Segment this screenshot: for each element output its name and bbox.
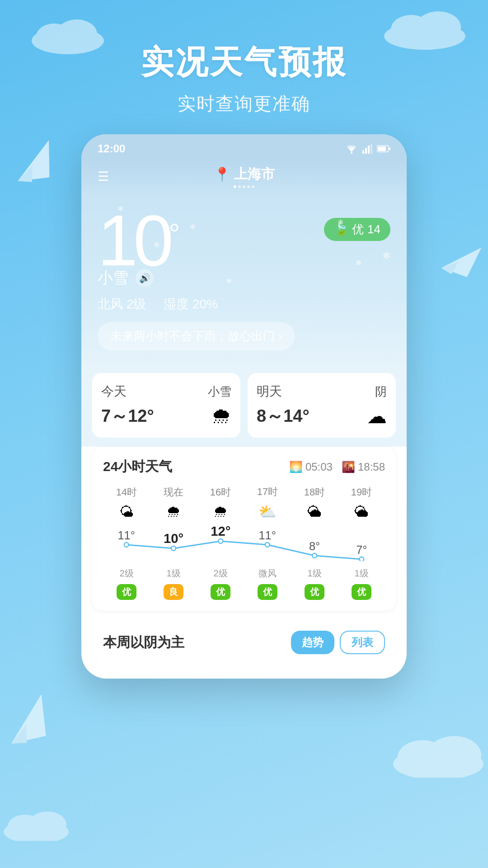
paper-plane-top-left	[9, 140, 58, 186]
degree-symbol: °	[169, 218, 180, 249]
hour-col-2: 16时 🌨	[197, 486, 244, 520]
week-title: 本周以阴为主	[103, 633, 184, 652]
forecast-card-today: 今天 小雪 7～12° 🌨	[92, 373, 240, 438]
aqi-5: 优	[352, 584, 371, 600]
svg-point-18	[351, 152, 352, 154]
svg-point-30	[312, 553, 317, 558]
cloud-top-right	[380, 5, 470, 50]
dot-3	[243, 185, 245, 188]
svg-text:8°: 8°	[309, 540, 320, 552]
hour-col-1: 现在 🌨	[150, 486, 197, 520]
svg-point-14	[427, 736, 481, 774]
hour-label-3: 17时	[257, 485, 278, 499]
dot-1	[234, 185, 236, 188]
temp-display: 10 °	[98, 204, 180, 277]
svg-marker-10	[0, 694, 55, 748]
wifi-icon	[345, 144, 358, 154]
svg-point-29	[265, 542, 270, 547]
dot-4	[247, 185, 250, 188]
dot-5	[252, 185, 254, 188]
location-dots	[234, 185, 254, 188]
svg-rect-21	[368, 146, 370, 154]
snowflake-2: ❄	[190, 222, 196, 231]
hour-icon-0: 🌤	[119, 504, 134, 520]
cloud-bottom-left	[0, 805, 72, 841]
hour-label-0: 14时	[116, 486, 137, 499]
fc-today-top: 今天 小雪	[101, 383, 231, 400]
sunrise-icon: 🌅	[289, 461, 303, 473]
weather-main: ❄ ❄ ❄ ❄ ❄ ❄ 10 ° 🍃 优 14 ❄ 小雪 🔊 北	[81, 195, 407, 364]
status-icons	[345, 144, 390, 154]
forecast-card-tomorrow: 明天 阴 8～14° ☁	[248, 373, 396, 438]
hour-col-4: 18时 🌥	[291, 486, 338, 520]
wind-2: 2级	[213, 567, 227, 580]
phone-mockup: 12:00 ☰	[81, 134, 407, 679]
week-header: 本周以阴为主 趋势 列表	[103, 631, 385, 654]
sunset-time: 18:58	[358, 461, 385, 473]
snowflake-badge: ❄	[382, 250, 390, 262]
sunrise-time: 05:03	[305, 461, 333, 473]
sound-icon[interactable]: 🔊	[136, 269, 154, 287]
temp-row: 10 ° 🍃 优 14 ❄	[98, 204, 390, 277]
hourly-grid: 14时 🌤 现在 🌨 16时 🌨 17时 ⛅ 18时 🌥 19时 🌥	[103, 485, 385, 520]
weather-description: 小雪	[98, 268, 128, 288]
svg-text:11°: 11°	[259, 529, 276, 542]
fc-tomorrow-bottom: 8～14° ☁	[257, 405, 387, 428]
aqi-badge: 🍃 优 14	[324, 218, 390, 241]
svg-rect-19	[362, 150, 364, 154]
svg-text:12°: 12°	[211, 525, 230, 538]
forecast-text: 未来两小时不会下雨，放心出门 ›	[110, 328, 282, 344]
aqi-0: 优	[117, 584, 136, 600]
wind-col-1: 1级 良	[150, 567, 197, 600]
svg-rect-22	[371, 144, 372, 154]
sunrise-info: 🌅 05:03 🌇 18:58	[289, 461, 385, 473]
status-bar: 12:00	[81, 134, 407, 160]
aqi-value: 14	[367, 222, 380, 236]
wind-1: 1级	[166, 567, 180, 580]
svg-point-5	[416, 11, 461, 43]
sunset-icon: 🌇	[342, 461, 355, 473]
hour-col-3: 17时 ⛅	[244, 485, 291, 520]
svg-point-2	[56, 19, 97, 48]
svg-rect-24	[389, 147, 390, 150]
hour-icon-5: 🌥	[354, 504, 369, 520]
fc-today-weather: 小雪	[208, 384, 231, 400]
wind-info: 北风 2级	[98, 297, 146, 311]
header-center: 📍 上海市	[214, 165, 275, 188]
snowflake-4: ❄	[356, 259, 361, 267]
cloud-bottom-right	[389, 728, 488, 778]
phone-bottom	[81, 665, 407, 679]
wind-col-0: 2级 优	[103, 567, 150, 600]
fc-tomorrow-weather: 阴	[375, 384, 387, 400]
aqi-label: 优	[352, 222, 364, 237]
list-button[interactable]: 列表	[340, 631, 385, 654]
wind-4: 1级	[307, 567, 321, 580]
wind-col-4: 1级 优	[291, 567, 338, 600]
svg-point-17	[28, 811, 66, 838]
temp-chart: 11° 10° 12° 11° 8° 7°	[103, 525, 385, 561]
fc-tomorrow-top: 明天 阴	[257, 383, 387, 400]
hour-label-4: 18时	[304, 486, 325, 499]
svg-text:10°: 10°	[164, 531, 183, 546]
svg-rect-20	[365, 148, 367, 154]
aqi-3: 优	[258, 584, 277, 600]
menu-icon[interactable]: ☰	[98, 169, 109, 184]
hour-label-5: 19时	[351, 486, 372, 499]
hour-icon-2: 🌨	[213, 504, 228, 520]
svg-rect-25	[378, 146, 386, 151]
hour-label-1: 现在	[164, 486, 183, 499]
trend-button[interactable]: 趋势	[291, 631, 334, 654]
snowflake-5: ❄	[226, 277, 232, 285]
location-pin-icon: 📍	[214, 166, 230, 182]
hour-col-5: 19时 🌥	[338, 486, 385, 520]
week-section: 本周以阴为主 趋势 列表	[92, 620, 396, 665]
snowflake-1: ❄	[117, 204, 123, 213]
hour-icon-4: 🌥	[307, 504, 322, 520]
wind-0: 2级	[119, 567, 133, 580]
weather-desc-row: 小雪 🔊	[98, 268, 390, 288]
app-header: ☰ 📍 上海市	[81, 160, 407, 195]
location-label: 📍 上海市	[214, 165, 275, 184]
cloud-top-left	[27, 14, 108, 54]
sunrise-item: 🌅 05:03	[289, 461, 333, 473]
forecast-banner[interactable]: 未来两小时不会下雨，放心出门 ›	[98, 322, 295, 350]
